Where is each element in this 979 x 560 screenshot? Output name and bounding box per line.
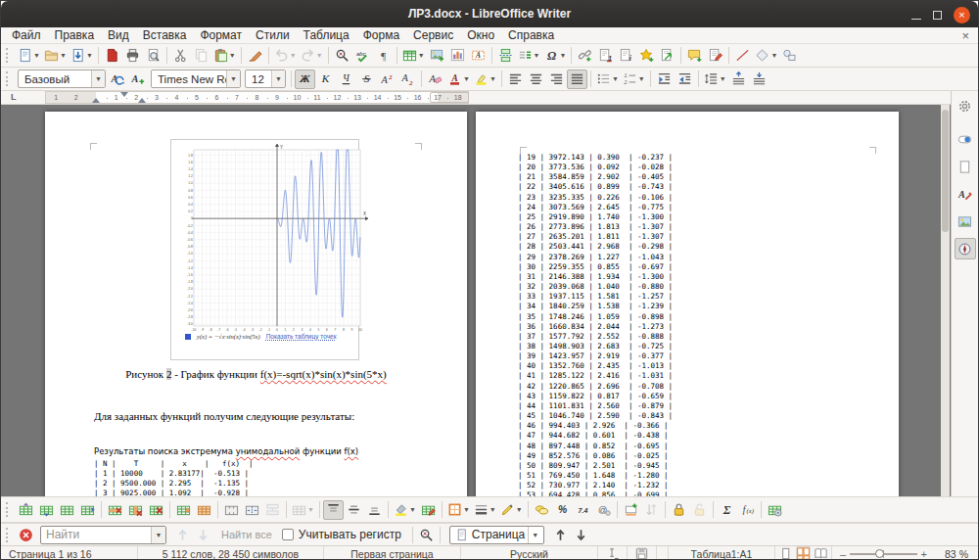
dropdown-arrow-icon[interactable]: ▼: [290, 52, 297, 59]
print-button[interactable]: [122, 46, 143, 66]
save-button[interactable]: ▼: [69, 46, 95, 66]
insert-comment-button[interactable]: [684, 46, 705, 66]
book-view-icon[interactable]: [814, 546, 828, 560]
navigate-next-button[interactable]: [571, 525, 591, 544]
increase-indent-button[interactable]: [654, 70, 675, 89]
multi-page-view-icon[interactable]: [796, 546, 811, 560]
ordered-list-button[interactable]: 1.2.▼: [621, 70, 647, 89]
percent-format-button[interactable]: %: [552, 500, 573, 520]
rows-above-button[interactable]: [16, 500, 36, 520]
dropdown-arrow-icon[interactable]: ▼: [60, 52, 67, 59]
menu-tools[interactable]: Сервис: [406, 27, 460, 43]
autoformat-table-button[interactable]: [418, 500, 439, 520]
dropdown-arrow-icon[interactable]: ▼: [86, 52, 93, 59]
export-pdf-button[interactable]: [102, 46, 122, 66]
delete-table-button[interactable]: [146, 500, 166, 520]
zoom-track[interactable]: [850, 553, 916, 555]
close-document-icon[interactable]: ×: [961, 28, 969, 43]
align-left-button[interactable]: [505, 70, 526, 89]
dropdown-arrow-icon[interactable]: ▼: [229, 52, 236, 59]
insert-footnote-button[interactable]: 1: [595, 46, 616, 66]
split-table-button[interactable]: [262, 500, 283, 520]
tab-stop-selector[interactable]: L: [11, 92, 17, 102]
menu-format[interactable]: Формат: [193, 27, 249, 43]
close-window-icon[interactable]: ×: [954, 7, 970, 23]
update-style-button[interactable]: A: [108, 70, 128, 89]
formula-button[interactable]: f(x): [737, 500, 758, 520]
insert-line-button[interactable]: [732, 46, 753, 66]
dropdown-arrow-icon[interactable]: ▼: [316, 52, 323, 59]
paste-button[interactable]: ▼: [211, 46, 238, 66]
zoom-thumb[interactable]: [875, 549, 884, 558]
align-bottom-button[interactable]: [364, 500, 385, 520]
menu-window[interactable]: Окно: [460, 27, 501, 43]
menu-form[interactable]: Форма: [356, 27, 406, 43]
dropdown-arrow-icon[interactable]: ▼: [307, 506, 314, 513]
dropdown-arrow-icon[interactable]: ▼: [33, 52, 40, 59]
sidebar-properties-button[interactable]: [955, 128, 976, 150]
cut-button[interactable]: [170, 46, 191, 66]
insert-text-box-button[interactable]: A: [468, 46, 489, 66]
dropdown-arrow-icon[interactable]: ▼: [560, 52, 567, 59]
search-history-dropdown[interactable]: ▼: [151, 527, 165, 543]
optimize-size-button[interactable]: ▼: [290, 500, 316, 520]
copy-button[interactable]: [191, 46, 211, 66]
dropdown-arrow-icon[interactable]: ▼: [490, 506, 496, 513]
paragraph-style-dropdown[interactable]: ▼: [91, 70, 105, 87]
show-draw-functions-button[interactable]: [779, 46, 800, 66]
new-document-button[interactable]: ▼: [16, 46, 42, 66]
increase-paragraph-spacing-button[interactable]: [728, 70, 749, 89]
border-color-button[interactable]: ▼: [498, 500, 525, 520]
document-page-2[interactable]: | 19 | 3972.143 | 0.390 | -0.237 || 20 |…: [476, 112, 899, 496]
center-vertically-button[interactable]: [344, 500, 364, 520]
navigate-by-combo[interactable]: Страница ▼: [449, 526, 544, 544]
open-button[interactable]: ▼: [42, 46, 69, 66]
print-preview-button[interactable]: [143, 46, 163, 66]
insert-endnote-button[interactable]: i: [616, 46, 636, 66]
sidebar-gallery-button[interactable]: [955, 210, 976, 232]
highlighting-color-button[interactable]: ▼: [472, 70, 498, 89]
italic-button[interactable]: К: [315, 70, 336, 89]
dropdown-arrow-icon[interactable]: ▼: [720, 75, 726, 82]
toolbar-grip[interactable]: [6, 502, 11, 517]
insert-cross-reference-button[interactable]: [657, 46, 677, 66]
sidebar-navigator-button[interactable]: [955, 238, 976, 259]
left-indent-marker[interactable]: [92, 98, 100, 103]
protect-cells-button[interactable]: [669, 500, 689, 520]
status-language[interactable]: Русский: [461, 546, 598, 560]
find-and-replace-button[interactable]: [332, 46, 352, 66]
track-changes-button[interactable]: [705, 46, 725, 66]
menu-styles[interactable]: Стили: [249, 27, 297, 43]
delete-row-button[interactable]: [105, 500, 125, 520]
zoom-in-icon[interactable]: +: [921, 548, 927, 560]
delete-column-button[interactable]: [125, 500, 146, 520]
status-selection-mode[interactable]: [598, 546, 628, 560]
line-spacing-button[interactable]: ▼: [702, 70, 728, 89]
menu-file[interactable]: Файл: [5, 27, 48, 43]
dropdown-arrow-icon[interactable]: ▼: [638, 75, 645, 82]
find-next-button[interactable]: [193, 525, 213, 544]
status-save-state[interactable]: [628, 546, 657, 560]
status-page-style[interactable]: Первая страница: [324, 546, 461, 560]
new-style-button[interactable]: A: [128, 70, 149, 89]
status-page[interactable]: Страница 1 из 16: [1, 546, 138, 560]
horizontal-ruler[interactable]: 21123456789101112131415161718: [45, 91, 469, 104]
vertical-scrollbar[interactable]: [941, 105, 950, 496]
paragraph-indent-marker[interactable]: [138, 98, 146, 103]
zoom-out-icon[interactable]: –: [840, 548, 846, 560]
align-right-button[interactable]: [546, 70, 567, 89]
clone-formatting-button[interactable]: [245, 46, 265, 66]
toolbar-grip[interactable]: [6, 528, 11, 542]
chart-object[interactable]: YX1.81.61.41.21.00.80.60.40.20-0.2-0.4-0…: [170, 139, 359, 360]
sort-button[interactable]: [641, 500, 662, 520]
dropdown-arrow-icon[interactable]: ▼: [612, 75, 619, 82]
dropdown-arrow-icon[interactable]: ▼: [463, 75, 470, 82]
maximize-icon[interactable]: [933, 11, 942, 20]
insert-bookmark-button[interactable]: [636, 46, 657, 66]
sum-button[interactable]: Σ: [717, 500, 737, 520]
dropdown-arrow-icon[interactable]: ▼: [534, 52, 540, 59]
dropdown-arrow-icon[interactable]: ▼: [770, 52, 777, 59]
decimal-format-button[interactable]: 7.4: [573, 500, 593, 520]
table-background-color-button[interactable]: ▼: [392, 500, 418, 520]
dropdown-arrow-icon[interactable]: ▼: [409, 506, 416, 513]
